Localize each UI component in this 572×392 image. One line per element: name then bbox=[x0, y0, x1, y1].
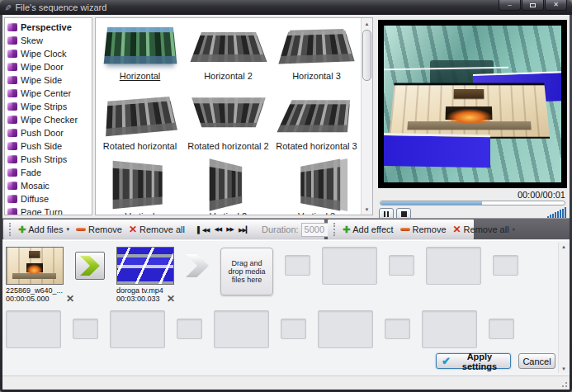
scroll-down-icon[interactable]: ▼ bbox=[362, 205, 371, 214]
effect-category-icon bbox=[7, 89, 17, 97]
remove-all-files-button[interactable]: ✕ Remove all bbox=[125, 223, 188, 236]
effect-category-perspective[interactable]: Perspective bbox=[7, 21, 92, 34]
media-dropzone[interactable]: Drag and drop media files here bbox=[220, 248, 273, 295]
empty-transition-slot[interactable] bbox=[493, 255, 518, 276]
empty-transition-slot[interactable] bbox=[177, 319, 202, 339]
effect-thumb-rotated-horizontal[interactable]: Rotated horizontal bbox=[96, 90, 184, 160]
timeline-item-1-thumbnail[interactable] bbox=[6, 247, 64, 285]
empty-media-slot[interactable] bbox=[6, 310, 61, 348]
effect-category-push-door[interactable]: Push Door bbox=[7, 126, 92, 139]
maximize-button[interactable] bbox=[522, 0, 544, 11]
remove-effect-button[interactable]: Remove bbox=[397, 223, 450, 236]
video-fireplace-layer bbox=[389, 83, 550, 139]
effect-thumb-vertical-2[interactable]: Vertical 2 bbox=[184, 160, 272, 215]
minimize-button[interactable]: – bbox=[499, 0, 521, 11]
title-bar[interactable]: ✎ File's sequence wizard – ✕ bbox=[0, 0, 572, 15]
effect-thumb-vertical-3[interactable]: Vertical 3 bbox=[272, 160, 361, 215]
empty-media-slot[interactable] bbox=[214, 310, 269, 348]
effect-thumb-horizontal[interactable]: Horizontal bbox=[96, 20, 184, 90]
files-toolbar: ✚ Add files ▾ Remove ✕ Remove all ▌◀◀ ◀◀… bbox=[3, 220, 324, 239]
delete-item-icon[interactable]: ✕ bbox=[66, 295, 74, 303]
dialog-content: Perspective Skew Wipe Clock Wipe Door Wi… bbox=[2, 15, 570, 390]
timeline-item-2[interactable]: doroga tv.mp4 00:03:00.033 ✕ bbox=[116, 247, 174, 303]
effect-preview-image bbox=[103, 27, 177, 64]
toolbar-grip[interactable] bbox=[333, 223, 335, 236]
go-previous-button[interactable]: ◀◀ bbox=[211, 224, 224, 235]
delete-item-icon[interactable]: ✕ bbox=[167, 295, 175, 303]
grid-scrollbar[interactable]: ▲ ▼ bbox=[361, 18, 372, 215]
toolbar-grip[interactable] bbox=[9, 223, 11, 236]
window-title: File's sequence wizard bbox=[15, 2, 106, 12]
scrollbar-thumb[interactable] bbox=[362, 30, 371, 81]
add-effect-button[interactable]: ✚ Add effect bbox=[339, 223, 397, 236]
empty-transition-slot[interactable] bbox=[73, 319, 98, 339]
volume-control[interactable] bbox=[547, 207, 566, 219]
go-last-button[interactable]: ▶▶▎ bbox=[236, 224, 253, 236]
effect-category-icon bbox=[7, 76, 17, 84]
effect-category-wipe-checker[interactable]: Wipe Checker bbox=[7, 113, 92, 126]
check-icon: ✔ bbox=[442, 355, 451, 367]
add-files-button[interactable]: ✚ Add files ▾ bbox=[15, 223, 73, 236]
timeline-item-2-thumbnail[interactable] bbox=[116, 247, 174, 285]
empty-transition-slot[interactable] bbox=[489, 319, 514, 339]
remove-all-effects-button[interactable]: ✕ Remove all bbox=[450, 223, 513, 236]
empty-media-slot[interactable] bbox=[422, 310, 477, 348]
empty-transition-slot[interactable] bbox=[281, 319, 306, 339]
timeline-item-1-info: 225869_w640_... 00:00:05.000 bbox=[6, 286, 63, 303]
empty-transition-slot[interactable] bbox=[285, 255, 310, 276]
effect-category-skew[interactable]: Skew bbox=[7, 34, 92, 47]
effect-category-fade[interactable]: Fade bbox=[7, 166, 92, 179]
effect-thumb-rotated-horizontal-3[interactable]: Rotated horizontal 3 bbox=[272, 90, 361, 160]
stop-icon bbox=[401, 211, 407, 217]
empty-transition-slot[interactable] bbox=[385, 319, 410, 339]
timeline-item-1[interactable]: 225869_w640_... 00:00:05.000 ✕ bbox=[6, 247, 64, 303]
effect-category-wipe-side[interactable]: Wipe Side bbox=[7, 73, 92, 87]
scroll-up-icon[interactable]: ▲ bbox=[560, 243, 568, 251]
effect-category-wipe-clock[interactable]: Wipe Clock bbox=[7, 47, 92, 60]
effect-category-wipe-door[interactable]: Wipe Door bbox=[7, 60, 92, 73]
effects-category-list: Perspective Skew Wipe Clock Wipe Door Wi… bbox=[4, 17, 92, 215]
go-next-button[interactable]: ▶▶ bbox=[224, 224, 236, 235]
video-viewport[interactable] bbox=[378, 20, 567, 188]
transition-slot-1-selected[interactable] bbox=[75, 252, 105, 280]
effect-preview-image bbox=[190, 32, 267, 62]
empty-media-slot[interactable] bbox=[110, 310, 165, 348]
preview-player: 00:00/00:01 bbox=[376, 17, 569, 218]
effect-thumb-vertical[interactable]: Vertical bbox=[96, 160, 184, 215]
effect-thumb-horizontal-2[interactable]: Horizontal 2 bbox=[184, 20, 272, 90]
wizard-window: ✎ File's sequence wizard – ✕ Perspective… bbox=[0, 0, 572, 392]
empty-media-slot[interactable] bbox=[322, 247, 377, 285]
effect-category-diffuse[interactable]: Diffuse bbox=[7, 192, 92, 205]
empty-transition-slot[interactable] bbox=[389, 255, 414, 276]
effect-thumb-rotated-horizontal-2[interactable]: Rotated horizontal 2 bbox=[184, 90, 272, 160]
transition-slot-2-arrow-icon[interactable] bbox=[186, 254, 209, 277]
x-icon: ✕ bbox=[129, 224, 137, 234]
scroll-up-icon[interactable]: ▲ bbox=[362, 19, 371, 28]
remove-file-button[interactable]: Remove bbox=[73, 223, 125, 236]
close-button[interactable]: ✕ bbox=[545, 0, 567, 11]
effect-category-wipe-strips[interactable]: Wipe Strips bbox=[7, 100, 92, 113]
effect-category-push-strips[interactable]: Push Strips bbox=[7, 153, 92, 166]
scroll-down-icon[interactable]: ▼ bbox=[560, 365, 568, 373]
cancel-button[interactable]: Cancel bbox=[518, 353, 555, 369]
empty-media-slot[interactable] bbox=[318, 310, 373, 348]
toolbar-overflow-button[interactable]: ▾ bbox=[513, 228, 515, 231]
effect-preview-image bbox=[191, 97, 266, 127]
seek-bar[interactable] bbox=[380, 201, 565, 205]
effect-thumb-horizontal-3[interactable]: Horizontal 3 bbox=[272, 20, 361, 90]
effect-category-page-turn[interactable]: Page Turn bbox=[7, 205, 92, 215]
effects-variant-grid: Horizontal Horizontal 2 Horizontal 3 Rot… bbox=[95, 17, 373, 215]
video-blue-band-bottom bbox=[384, 133, 490, 168]
empty-media-slot[interactable] bbox=[426, 247, 481, 285]
effect-preview-image bbox=[112, 161, 162, 210]
effect-category-mosaic[interactable]: Mosaic bbox=[7, 179, 92, 192]
effect-preview-image bbox=[106, 97, 177, 136]
effect-category-icon bbox=[7, 182, 17, 190]
resize-grip[interactable] bbox=[560, 380, 568, 388]
apply-settings-button[interactable]: ✔ Apply settings bbox=[436, 353, 511, 369]
timeline-item-2-info: doroga tv.mp4 00:03:00.033 bbox=[116, 286, 163, 303]
timeline-scrollbar[interactable]: ▲ ▼ bbox=[558, 243, 569, 373]
go-first-button[interactable]: ▌◀◀ bbox=[195, 224, 211, 236]
effect-category-push-side[interactable]: Push Side bbox=[7, 139, 92, 153]
effect-category-wipe-center[interactable]: Wipe Center bbox=[7, 87, 92, 100]
